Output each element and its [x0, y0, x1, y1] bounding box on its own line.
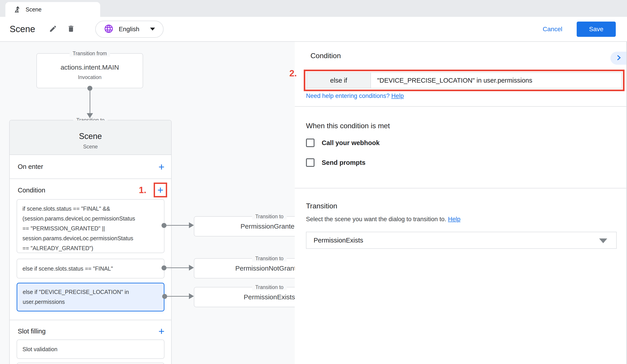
condition-card-1[interactable]: if scene.slots.status == "FINAL" && (ses… [17, 199, 164, 253]
connector-dot [162, 294, 167, 299]
scene-name: Scene [10, 132, 171, 141]
transition-scene-value: PermissionExists [314, 237, 363, 244]
checkbox-unchecked-icon[interactable] [306, 158, 314, 167]
target-permission-exists[interactable]: Transition to PermissionExists [194, 287, 295, 307]
target-name: PermissionExists [244, 293, 295, 301]
arrowhead-right-icon [189, 222, 194, 228]
condition-help-line: Need help entering conditions? Help [306, 92, 404, 99]
panel-condition-heading: Condition [311, 52, 341, 60]
intent-type: Invocation [37, 74, 143, 80]
arrowhead-right-icon [189, 265, 194, 271]
send-prompts-checkbox-label: Send prompts [322, 159, 366, 166]
condition-line: if scene.slots.status == "FINAL" && [22, 204, 158, 214]
next-card-partial[interactable] [17, 363, 164, 364]
send-prompts-checkbox-row[interactable]: Send prompts [306, 158, 366, 167]
when-condition-heading: When this condition is met [306, 122, 390, 130]
trash-icon [67, 25, 75, 34]
help-prefix: Need help entering conditions? [306, 92, 390, 99]
condition-card-2[interactable]: else if scene.slots.status == "FINAL" [17, 259, 164, 278]
add-on-enter-button[interactable]: + [156, 161, 167, 173]
language-label: English [119, 26, 139, 33]
connector-dot [161, 266, 166, 270]
save-button[interactable]: Save [577, 22, 616, 37]
annotation-1-box: + [154, 182, 167, 197]
condition-detail-panel: Condition 2. else if "DEVICE_PRECISE_LOC… [295, 42, 627, 364]
chevron-down-icon [150, 28, 155, 31]
target-permission-not-granted[interactable]: Transition to PermissionNotGranted [194, 258, 295, 278]
transition-to-legend: Transition to [252, 284, 287, 290]
condition-line: session.params.deviceLoc.permissionStatu… [22, 233, 158, 243]
chevron-right-icon [615, 54, 622, 62]
connector-line [166, 268, 190, 268]
slot-validation-card[interactable]: Slot validation [17, 340, 164, 359]
transition-to-legend: Transition to [252, 214, 287, 220]
cancel-button[interactable]: Cancel [541, 25, 564, 33]
condition-line: == "PERMISSION_GRANTED" || [22, 224, 158, 233]
tab-label: Scene [26, 6, 42, 13]
slot-card-label: Slot validation [22, 346, 57, 353]
add-slot-button[interactable]: + [156, 325, 167, 337]
slot-filling-row: Slot filling + [10, 320, 171, 342]
condition-line: else if "DEVICE_PRECISE_LOCATION" in [23, 287, 158, 297]
annotation-2: 2. [289, 68, 297, 78]
condition-card-3-selected[interactable]: else if "DEVICE_PRECISE_LOCATION" in use… [17, 283, 164, 312]
on-enter-label: On enter [18, 163, 43, 170]
divider [295, 106, 627, 107]
scene-fork-icon [14, 5, 21, 13]
on-enter-row: On enter + [10, 155, 171, 178]
tab-scene[interactable]: Scene [5, 2, 100, 17]
flow-canvas: Transition from actions.intent.MAIN Invo… [0, 42, 295, 364]
condition-section-label: Condition [18, 187, 45, 194]
transition-heading: Transition [306, 202, 337, 210]
webhook-checkbox-label: Call your webhook [322, 139, 380, 147]
collapse-panel-button[interactable] [610, 52, 627, 65]
transition-scene-select[interactable]: PermissionExists [306, 232, 617, 249]
intent-name: actions.intent.MAIN [37, 64, 143, 71]
connector-line [167, 296, 190, 297]
scene-card: Transition to Scene Scene On enter + Con… [9, 120, 172, 364]
page-title: Scene [10, 24, 35, 34]
target-name: PermissionGranted [241, 223, 295, 230]
transition-subtitle-text: Select the scene you want the dialog to … [306, 216, 446, 223]
connector-line [166, 225, 190, 226]
condition-line: else if scene.slots.status == "FINAL" [22, 264, 113, 273]
slot-filling-label: Slot filling [18, 328, 46, 335]
webhook-checkbox-row[interactable]: Call your webhook [306, 138, 380, 147]
content-area: Transition from actions.intent.MAIN Invo… [0, 42, 627, 364]
condition-line: == "ALREADY_GRANTED") [22, 243, 158, 253]
condition-help-link[interactable]: Help [391, 92, 404, 99]
divider [295, 188, 627, 188]
pencil-icon [49, 25, 57, 34]
transition-from-legend: Transition from [69, 50, 110, 57]
annotation-2-box: else if "DEVICE_PRECISE_LOCATION" in use… [304, 70, 625, 91]
arrowhead-right-icon [189, 293, 194, 299]
connector-dot [161, 223, 166, 228]
dropdown-caret-icon [599, 238, 607, 243]
target-permission-granted[interactable]: Transition to PermissionGranted [194, 216, 295, 236]
else-if-chip[interactable]: else if [307, 73, 371, 88]
transition-to-legend: Transition to [252, 256, 287, 262]
delete-button[interactable] [65, 23, 77, 36]
globe-icon [104, 24, 114, 35]
transition-help-link[interactable]: Help [448, 216, 461, 223]
arrowhead-down-icon [87, 113, 93, 118]
transition-from-card[interactable]: Transition from actions.intent.MAIN Invo… [36, 53, 143, 88]
scene-type: Scene [10, 144, 171, 150]
condition-expression-control: else if "DEVICE_PRECISE_LOCATION" in use… [307, 72, 622, 89]
checkbox-unchecked-icon[interactable] [306, 138, 314, 147]
condition-section-row: Condition [10, 179, 171, 201]
add-condition-button[interactable]: + [155, 184, 166, 196]
language-selector[interactable]: English [95, 21, 163, 38]
condition-expression-input[interactable]: "DEVICE_PRECISE_LOCATION" in user.permis… [371, 73, 621, 88]
annotation-1: 1. [139, 185, 146, 195]
connector-line [90, 88, 90, 113]
scene-card-header[interactable]: Scene Scene [10, 120, 171, 155]
tab-strip: Scene [0, 0, 627, 17]
edit-button[interactable] [47, 23, 59, 36]
condition-line: (session.params.deviceLoc.permissionStat… [22, 214, 158, 224]
transition-subtitle: Select the scene you want the dialog to … [306, 216, 460, 223]
target-name: PermissionNotGranted [235, 265, 295, 272]
condition-line: user.permissions [23, 297, 158, 307]
toolbar: Scene English Cancel Save [0, 17, 627, 42]
connector-dot [87, 86, 92, 91]
